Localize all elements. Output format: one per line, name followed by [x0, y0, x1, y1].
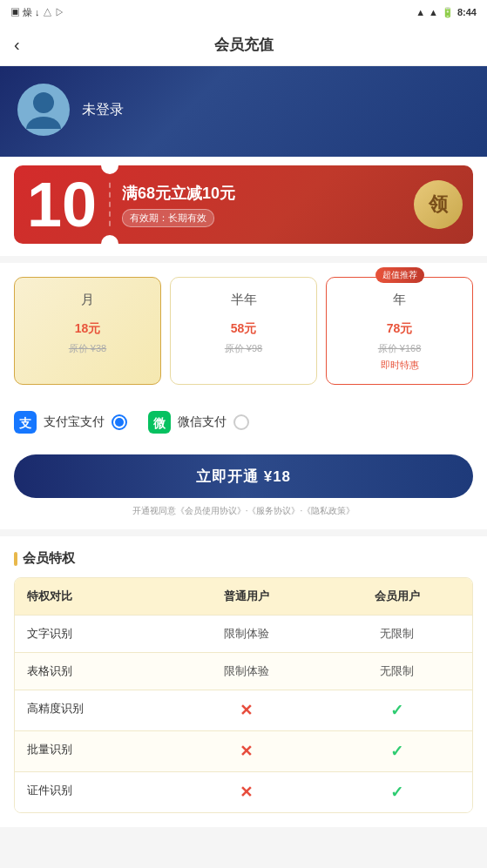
- plan-month-price: 18元: [24, 312, 152, 339]
- alipay-label: 支付宝支付: [44, 414, 105, 430]
- alipay-option[interactable]: 支 支付宝支付: [14, 411, 127, 434]
- svg-text:微: 微: [152, 416, 166, 430]
- status-left-icons: ▣ 燥 ↓ △ ▷: [10, 6, 64, 19]
- cta-section: 立即开通 ¥18 开通视同意《会员使用协议》·《服务协议》·《隐私政策》: [0, 446, 487, 529]
- normal-value: ✕: [171, 690, 321, 730]
- privileges-section: 会员特权 特权对比 普通用户 会员用户 文字识别 限制体验 无限制 表格识别 限…: [0, 536, 487, 827]
- coupon-title: 满68元立减10元: [122, 183, 391, 204]
- alipay-radio[interactable]: [112, 414, 127, 430]
- vip-value: 无限制: [321, 653, 472, 690]
- plan-month-original: 原价 ¥38: [24, 342, 152, 355]
- feature-label: 高精度识别: [15, 690, 171, 730]
- page-header: ‹ 会员充值: [0, 24, 487, 66]
- alipay-icon: 支: [14, 411, 37, 434]
- payment-section: 支 支付宝支付 微 微信支付: [0, 399, 487, 446]
- coupon-card[interactable]: 10 满68元立减10元 有效期：长期有效 领: [14, 165, 473, 244]
- wifi-icon: ▲: [429, 7, 438, 17]
- claim-button[interactable]: 领: [414, 180, 463, 229]
- svg-text:支: 支: [18, 416, 32, 430]
- svg-point-0: [33, 92, 54, 113]
- status-bar: ▣ 燥 ↓ △ ▷ ▲ ▲ 🔋 8:44: [0, 0, 487, 24]
- wechat-icon: 微: [148, 411, 171, 434]
- coupon-amount-area: 10: [14, 173, 110, 236]
- coupon-claim-area: 领: [403, 180, 473, 229]
- table-row: 文字识别 限制体验 无限制: [15, 616, 472, 653]
- coupon-info: 满68元立减10元 有效期：长期有效: [110, 176, 403, 234]
- vip-value: 无限制: [321, 616, 472, 652]
- cta-button[interactable]: 立即开通 ¥18: [14, 454, 473, 498]
- feature-label: 文字识别: [15, 616, 171, 652]
- table-row: 证件识别 ✕ ✓: [15, 772, 472, 812]
- normal-value: ✕: [171, 731, 321, 771]
- wechat-option[interactable]: 微 微信支付: [148, 411, 249, 434]
- col-header-vip: 会员用户: [321, 578, 472, 615]
- plan-halfyear-original: 原价 ¥98: [179, 342, 308, 355]
- normal-value: 限制体验: [171, 616, 321, 652]
- col-header-normal: 普通用户: [171, 578, 321, 615]
- plan-halfyear-period: 半年: [179, 292, 308, 308]
- coupon-validity: 有效期：长期有效: [122, 209, 214, 227]
- normal-value: 限制体验: [171, 653, 321, 690]
- plan-month[interactable]: 月 18元 原价 ¥38: [14, 277, 161, 385]
- plan-year-price: 78元: [335, 312, 463, 339]
- user-name: 未登录: [82, 101, 124, 119]
- privileges-title: 会员特权: [14, 550, 473, 567]
- recommended-badge: 超值推荐: [375, 267, 424, 283]
- feature-label: 表格识别: [15, 653, 171, 690]
- table-row: 表格识别 限制体验 无限制: [15, 653, 472, 690]
- plans-section: 月 18元 原价 ¥38 半年 58元 原价 ¥98 超值推荐 年 78元 原价…: [0, 263, 487, 399]
- coupon-notch-bottom: [101, 235, 118, 244]
- coupon-amount: 10: [27, 173, 97, 236]
- plan-halfyear[interactable]: 半年 58元 原价 ¥98: [170, 277, 317, 385]
- page-title: 会员充值: [214, 35, 274, 55]
- back-button[interactable]: ‹: [14, 35, 20, 55]
- plan-halfyear-price: 58元: [179, 312, 308, 339]
- privileges-table: 特权对比 普通用户 会员用户 文字识别 限制体验 无限制 表格识别 限制体验 无…: [14, 577, 473, 813]
- feature-label: 批量识别: [15, 731, 171, 771]
- battery-icon: 🔋: [442, 7, 454, 18]
- cta-agreement: 开通视同意《会员使用协议》·《服务协议》·《隐私政策》: [14, 505, 473, 517]
- vip-value: ✓: [321, 690, 472, 730]
- avatar[interactable]: [17, 84, 70, 136]
- app-icons: ▣ 燥 ↓ △ ▷: [10, 6, 64, 19]
- plan-month-period: 月: [24, 292, 152, 308]
- signal-icon: ▲: [416, 7, 425, 17]
- plans-row: 月 18元 原价 ¥38 半年 58元 原价 ¥98 超值推荐 年 78元 原价…: [14, 277, 473, 385]
- table-row: 批量识别 ✕ ✓: [15, 731, 472, 772]
- table-row: 高精度识别 ✕ ✓: [15, 690, 472, 731]
- vip-value: ✓: [321, 772, 472, 812]
- wechat-label: 微信支付: [178, 414, 227, 430]
- normal-value: ✕: [171, 772, 321, 812]
- cross-icon: ✕: [240, 784, 253, 801]
- plan-year-tag: 即时特惠: [335, 359, 463, 372]
- avatar-icon: [26, 91, 61, 129]
- check-icon: ✓: [390, 702, 403, 719]
- clock: 8:44: [457, 7, 477, 17]
- plan-year-period: 年: [335, 292, 463, 308]
- status-right-info: ▲ ▲ 🔋 8:44: [416, 7, 477, 18]
- coupon-section: 10 满68元立减10元 有效期：长期有效 领: [0, 157, 487, 256]
- cross-icon: ✕: [240, 702, 253, 719]
- col-header-feature: 特权对比: [15, 578, 171, 615]
- cross-icon: ✕: [240, 743, 253, 760]
- wechat-radio[interactable]: [233, 414, 249, 430]
- plan-year-original: 原价 ¥168: [335, 342, 463, 355]
- check-icon: ✓: [390, 743, 403, 760]
- user-info: 未登录: [82, 101, 124, 119]
- table-header-row: 特权对比 普通用户 会员用户: [15, 578, 472, 616]
- check-icon: ✓: [390, 784, 403, 801]
- svg-point-1: [26, 117, 61, 129]
- plan-year[interactable]: 超值推荐 年 78元 原价 ¥168 即时特惠: [326, 277, 473, 385]
- user-section: 未登录: [0, 66, 487, 157]
- feature-label: 证件识别: [15, 772, 171, 812]
- vip-value: ✓: [321, 731, 472, 771]
